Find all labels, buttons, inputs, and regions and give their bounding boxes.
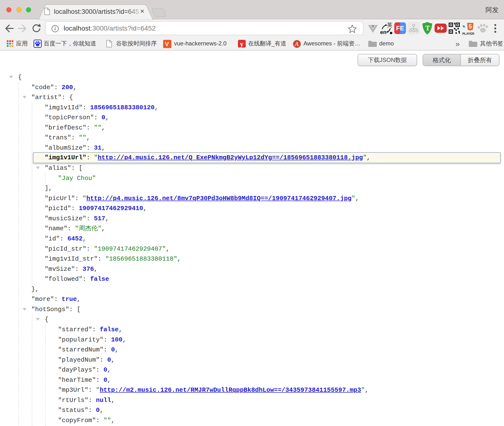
new-tab-button[interactable] [151,8,166,17]
url-text[interactable]: localhost:3000/artists?id=6452 [64,25,156,32]
qrcode-extension-icon[interactable] [448,20,461,37]
address-bar[interactable]: localhost:3000/artists?id=6452 [45,21,363,35]
json-token-n: 0 [101,114,105,121]
json-line: "playedNum": 0, [0,355,504,365]
browser-window: localhost:3000/artists?id=645 × 阿发 local… [0,0,504,426]
json-line: ], [0,183,504,193]
bookmark-google-by-time[interactable]: 谷歌按时间排序 [116,40,157,47]
paw-extension-icon[interactable] [476,20,489,37]
bookmark-vue-hackernews[interactable]: vue-hackernews-2.0 [174,40,227,47]
json-token-p: , [111,397,115,404]
json-line: "starred": false, [0,324,504,335]
json-token-p: , [101,225,105,232]
json-token-k: "copyFrom" [58,417,96,424]
baidu-paw-icon[interactable] [34,40,42,48]
json-token-p: : [83,275,90,283]
json-line: "hearTime": 0, [0,375,504,385]
fe-helper-icon[interactable]: FE [394,20,406,37]
bookmarks-overflow-chevron[interactable]: » [455,39,460,48]
bookmark-demo[interactable]: demo [379,40,394,47]
forward-button[interactable] [17,20,28,37]
json-token-k: "img1v1Id_str" [45,255,98,263]
vue-v-icon[interactable]: V [163,40,171,48]
back-button[interactable] [3,20,15,37]
bookmark-baidu[interactable]: 百度一下，你就知道 [44,40,96,47]
json-token-p: : [60,235,67,242]
json-token-k: "picUrl" [45,195,75,202]
json-line: { [0,72,504,82]
bookmark-awesomes[interactable]: Awesomes - 前端资… [303,40,360,47]
html5-player-icon[interactable]: 5 PLAYER [461,20,476,37]
json-line: "trans": "", [0,133,504,143]
json-url-link[interactable]: http://p4.music.126.net/8mv7qP30Pd3oHW8b… [86,195,352,202]
json-line: "copyFrom": "", [0,415,504,426]
vue-devtools-icon[interactable] [367,20,379,37]
json-token-p: : [98,255,105,263]
json-line: "hotSongs": [ [0,304,504,315]
info-icon[interactable] [51,25,59,33]
reload-button[interactable] [31,20,42,37]
json-line: "topicPerson": 0, [0,112,504,123]
json-token-p: , [101,124,105,131]
json-token-k: "img1v1Id" [45,104,83,111]
json-line: "starredNum": 0, [0,345,504,355]
json-token-p: : [ [71,164,83,172]
json-token-n: 517 [94,215,105,222]
tab-title[interactable]: localhost:3000/artists?id=645 [54,8,147,16]
json-token-s: " [94,154,98,161]
json-token-p: { [45,316,49,323]
json-token-p: : [75,195,83,202]
apps-grid-icon[interactable] [7,40,14,47]
json-url-link[interactable]: http://m2.music.126.net/RMJR7wDullRqppBk… [100,386,361,394]
json-token-n: false [100,326,119,333]
profile-name[interactable]: 阿发 [486,6,499,14]
json-token-p: , [166,245,170,253]
page-icon[interactable] [106,40,112,47]
json-token-n: false [90,275,109,283]
tampermonkey-glyph: T [425,24,430,32]
bookmark-star-icon[interactable] [348,24,357,34]
json-token-p: , [107,366,111,374]
tab-close-icon[interactable]: × [139,7,146,15]
json-token-s: "18569651883380118" [105,255,177,263]
youdao-y-icon[interactable]: y [238,40,246,48]
json-token-k: "topicPerson" [45,114,94,121]
format-button[interactable]: 格式化 [423,54,461,66]
json-line: "mvSize": 376, [0,264,504,274]
tampermonkey-icon[interactable]: T [421,20,434,37]
youdao-y-glyph: y [240,40,244,48]
json-token-k: "albumSize" [45,144,86,152]
sitemap-extension-icon[interactable] [407,20,420,37]
json-token-k: "id" [45,235,60,242]
json-line: "alias": [ [0,163,504,173]
other-bookmarks-label[interactable]: 其他书签 [480,40,503,47]
collapse-all-button[interactable]: 折叠所有 [461,54,499,66]
chrome-menu-icon[interactable] [491,20,500,37]
json-token-p: , [94,265,98,273]
folder-icon[interactable] [368,40,377,47]
json-line: "img1v1Id_str": "18569651883380118", [0,254,504,264]
bookmark-apps[interactable]: 应用 [16,40,28,47]
json-token-k: "alias" [45,164,71,172]
awesomes-a-icon[interactable]: A [293,40,301,48]
json-line: "musicSize": 517, [0,213,504,224]
translate-extension-icon[interactable]: en 英 [380,20,393,37]
html5-player-label: PLAYER [462,32,474,35]
json-url-link[interactable]: http://p4.music.126.net/Q_ExePNkmgB2yWyL… [98,154,363,161]
json-token-p: , [111,356,115,364]
bookmarks-bar: 应用 百度一下，你就知道 谷歌按时间排序 V vue-hackernews-2.… [0,37,504,51]
json-token-p: , [73,84,77,91]
other-bookmarks-folder-icon[interactable] [469,40,478,47]
json-token-k: "briefDesc" [45,124,86,131]
download-json-button[interactable]: 下载JSON数据 [358,54,417,66]
video-downloader-icon[interactable] [434,20,447,37]
json-token-n: 376 [83,265,94,273]
json-token-k: "popularity" [58,336,103,343]
json-token-n: 100 [111,336,122,343]
json-token-p: , [101,144,105,152]
json-token-p: : [75,265,83,273]
json-token-k: "name" [45,225,67,232]
bookmark-youdao-translate[interactable]: 在线翻译_有道 [248,40,286,47]
json-token-s: "19097417462929407" [94,245,166,253]
json-token-k: "code" [31,84,54,91]
